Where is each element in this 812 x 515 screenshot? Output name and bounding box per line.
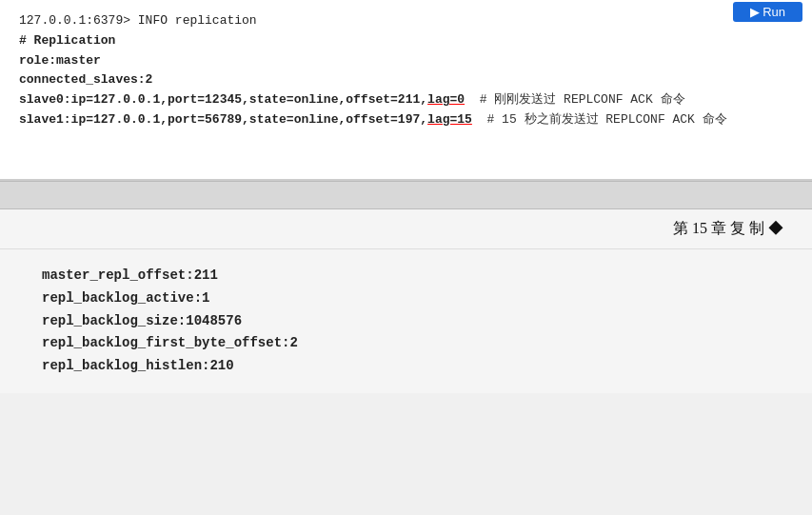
header-bar: ▶ Run: [723, 0, 812, 24]
code-line-6: slave1:ip=127.0.0.1,port=56789,state=onl…: [19, 110, 793, 130]
top-section: ▶ Run 127.0.0.1:6379> INFO replication #…: [0, 0, 812, 181]
code-line-1: 127.0.0.1:6379> INFO replication: [19, 11, 793, 31]
bottom-code-block: master_repl_offset:211 repl_backlog_acti…: [0, 249, 812, 393]
chapter-title: 第 15 章 复 制 ◆: [673, 220, 783, 236]
code-line-5: slave0:ip=127.0.0.1,port=12345,state=onl…: [19, 90, 793, 110]
code-line-3: role:master: [19, 51, 793, 71]
top-code-block: 127.0.0.1:6379> INFO replication # Repli…: [19, 11, 793, 130]
divider: [0, 181, 812, 209]
code-line-4: connected_slaves:2: [19, 70, 793, 90]
bottom-line-2: repl_backlog_active:1: [42, 287, 783, 310]
bottom-line-4: repl_backlog_first_byte_offset:2: [42, 332, 783, 355]
lag0-underline: lag=0: [427, 92, 465, 107]
code-line-2: # Replication: [19, 31, 793, 51]
bottom-line-3: repl_backlog_size:1048576: [42, 310, 783, 333]
comment-2: # 15 秒之前发送过 REPLCONF ACK 命令: [487, 112, 727, 127]
comment-1: # 刚刚发送过 REPLCONF ACK 命令: [480, 92, 685, 107]
run-button[interactable]: ▶ Run: [733, 2, 802, 22]
bottom-section: 第 15 章 复 制 ◆ master_repl_offset:211 repl…: [0, 209, 812, 393]
chapter-header: 第 15 章 复 制 ◆: [0, 209, 812, 249]
lag15-underline: lag=15: [427, 112, 472, 127]
bottom-line-1: master_repl_offset:211: [42, 265, 783, 287]
bottom-line-5: repl_backlog_histlen:210: [42, 355, 783, 378]
